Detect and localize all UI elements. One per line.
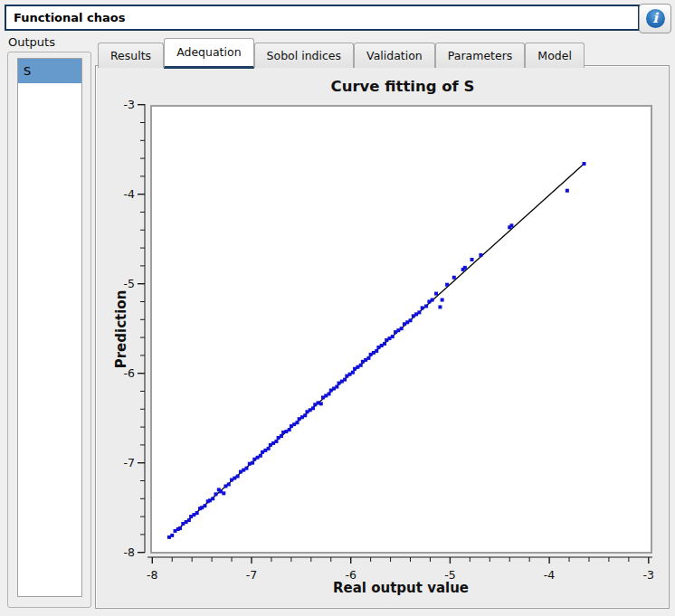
- x-tick-label: -3: [643, 568, 654, 582]
- scatter-point: [267, 447, 271, 450]
- x-tick-label: -5: [444, 568, 455, 582]
- tab-validation[interactable]: Validation: [354, 43, 435, 68]
- scatter-point: [509, 223, 513, 227]
- functional-chaos-window: { "header": { "analysis_name": "Function…: [0, 0, 675, 616]
- scatter-point: [452, 276, 456, 280]
- scatter-point: [203, 504, 206, 507]
- scatter-point: [295, 421, 299, 424]
- output-item-s[interactable]: S: [18, 59, 81, 83]
- scatter-point: [280, 434, 283, 438]
- scatter-point: [421, 306, 424, 309]
- tab-bar: Results Adequation Sobol indices Validat…: [98, 38, 585, 68]
- scatter-point: [214, 492, 218, 496]
- scatter-point: [375, 349, 378, 353]
- scatter-point: [311, 406, 315, 410]
- outputs-label: Outputs: [8, 35, 55, 49]
- scatter-point: [417, 310, 421, 314]
- outputs-panel: S: [7, 52, 91, 608]
- curve-fitting-plot: Curve fitting of S Real output value Pre…: [97, 67, 668, 606]
- tab-parameters[interactable]: Parameters: [435, 43, 526, 68]
- scatter-point: [335, 385, 338, 389]
- scatter-point: [359, 364, 363, 367]
- scatter-point: [463, 266, 467, 270]
- y-tick-label: -6: [124, 366, 136, 380]
- scatter-point: [187, 518, 191, 522]
- scatter-point: [319, 402, 323, 405]
- y-tick-label: -5: [124, 277, 135, 290]
- x-tick-label: -6: [345, 568, 357, 582]
- x-tick-label: -7: [246, 568, 257, 582]
- scatter-point: [178, 526, 182, 530]
- y-tick-label: -8: [124, 545, 136, 559]
- scatter-point: [274, 440, 278, 443]
- scatter-point: [434, 292, 438, 296]
- tab-sobol-indices[interactable]: Sobol indices: [254, 43, 355, 68]
- x-tick-label: -4: [544, 568, 556, 582]
- scatter-point: [288, 428, 291, 431]
- y-tick-label: -3: [124, 98, 135, 111]
- tab-adequation[interactable]: Adequation: [164, 38, 253, 69]
- scatter-point: [236, 475, 240, 479]
- scatter-point: [566, 189, 569, 193]
- scatter-point: [383, 342, 386, 346]
- scatter-point: [438, 305, 442, 308]
- info-icon: i: [646, 9, 665, 28]
- scatter-point: [328, 392, 331, 395]
- scatter-point: [211, 497, 214, 500]
- tab-results[interactable]: Results: [98, 43, 164, 68]
- scatter-point: [445, 283, 449, 287]
- scatter-point: [170, 534, 174, 537]
- scatter-point: [351, 371, 355, 374]
- scatter-point: [251, 461, 254, 465]
- chart-title: Curve fitting of S: [331, 78, 475, 95]
- info-button[interactable]: i: [639, 4, 671, 33]
- scatter-point: [195, 511, 199, 515]
- scatter-point: [409, 318, 413, 322]
- analysis-name-field[interactable]: Functional chaos: [5, 5, 640, 31]
- y-axis-label: Prediction: [113, 290, 129, 369]
- scatter-point: [366, 356, 370, 360]
- y-tick-label: -4: [124, 187, 136, 201]
- adequation-chart: Curve fitting of S Real output value Pre…: [97, 67, 668, 606]
- x-tick-label: -8: [147, 568, 158, 582]
- tab-model[interactable]: Model: [525, 43, 585, 68]
- scatter-point: [391, 335, 395, 338]
- scatter-point: [259, 454, 262, 458]
- scatter-point: [400, 327, 404, 330]
- scatter-point: [479, 253, 482, 257]
- scatter-point: [245, 467, 249, 470]
- scatter-point: [582, 162, 585, 166]
- x-axis-label: Real output value: [333, 580, 469, 596]
- scatter-point: [441, 299, 444, 302]
- scatter-point: [424, 304, 428, 308]
- y-tick-label: -7: [124, 456, 135, 469]
- scatter-point: [343, 378, 347, 382]
- scatter-point: [431, 299, 434, 302]
- scatter-point: [222, 491, 225, 495]
- outputs-list[interactable]: S: [17, 58, 82, 597]
- scatter-point: [303, 413, 307, 417]
- scatter-point: [227, 482, 231, 486]
- scatter-point: [471, 258, 474, 261]
